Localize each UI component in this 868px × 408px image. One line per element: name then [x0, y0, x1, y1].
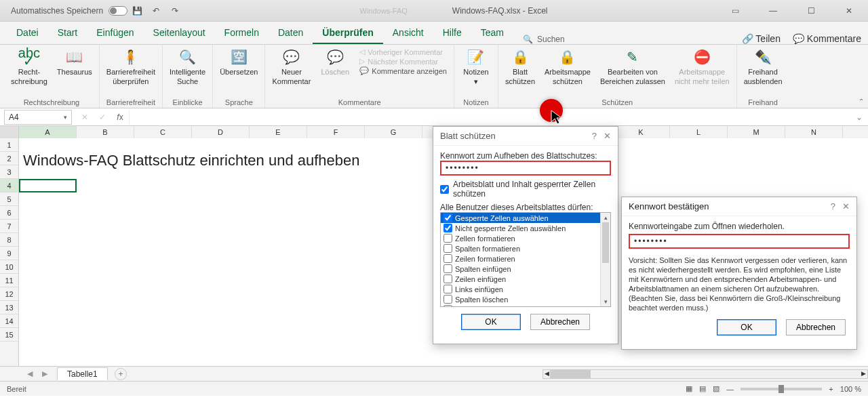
password-input[interactable]: ••••••••	[440, 161, 611, 176]
undo-icon[interactable]: ↶	[149, 4, 163, 18]
cancel-button[interactable]: Abbrechen	[530, 314, 590, 330]
tab-seitenlayout[interactable]: Seitenlayout	[144, 21, 215, 44]
unshare-workbook-button: ⛔Arbeitsmappenicht mehr teilen	[675, 47, 730, 85]
allow-users-label: Alle Benutzer dieses Arbeitsblattes dürf…	[440, 203, 611, 212]
view-normal-icon[interactable]: ▦	[686, 384, 692, 393]
dialog-title: Blatt schützen	[440, 131, 496, 141]
ok-button[interactable]: OK	[717, 319, 776, 335]
ribbon-display-icon[interactable]: ▭	[723, 1, 747, 20]
scroll-down-icon[interactable]: ▾	[601, 297, 610, 306]
search-box[interactable]: 🔍 Suchen	[523, 35, 565, 44]
translate-button[interactable]: 🈳Übersetzen	[220, 47, 258, 76]
zoom-in-icon[interactable]: +	[829, 385, 833, 393]
close-icon[interactable]: ✕	[837, 1, 861, 20]
row-headers[interactable]: 123 4 567 8910 111213 1415	[0, 126, 19, 366]
add-sheet-button[interactable]: ＋	[115, 368, 127, 380]
tab-start[interactable]: Start	[48, 21, 87, 44]
perm-item[interactable]: Zeilen formatieren	[441, 253, 610, 264]
ok-button[interactable]: OK	[461, 314, 521, 330]
tab-team[interactable]: Team	[471, 21, 513, 44]
group-einblicke: Einblicke	[173, 98, 203, 106]
fx-icon[interactable]: fx	[111, 113, 129, 122]
horizontal-scrollbar[interactable]: ◀ ▶	[542, 369, 868, 379]
new-comment-button[interactable]: 💬NeuerKommentar	[272, 47, 311, 85]
group-freihand: Freihand	[748, 98, 777, 106]
formula-input[interactable]	[129, 110, 850, 125]
share-button[interactable]: 🔗 Teilen	[742, 33, 781, 44]
status-bar: Bereit ▦ ▤ ▧ — + 100 %	[0, 381, 868, 396]
notes-button[interactable]: 📝Notizen▾	[461, 47, 491, 85]
protect-contents-checkbox[interactable]: Arbeitsblatt und Inhalt gesperrter Zelle…	[440, 180, 611, 199]
smart-lookup-button[interactable]: 🔍IntelligenteSuche	[170, 47, 205, 85]
tab-ueberpruefen[interactable]: Überprüfen	[313, 21, 382, 44]
zoom-level[interactable]: 100 %	[840, 385, 861, 393]
view-layout-icon[interactable]: ▤	[699, 384, 706, 393]
select-all-corner[interactable]	[0, 126, 18, 138]
perm-item[interactable]: Nicht gesperrte Zellen auswählen	[441, 223, 610, 233]
maximize-icon[interactable]: ☐	[799, 1, 823, 20]
tab-ansicht[interactable]: Ansicht	[383, 21, 433, 44]
redo-icon[interactable]: ↷	[168, 4, 182, 18]
confirm-password-input[interactable]: ••••••••	[629, 234, 850, 249]
search-icon: 🔍	[523, 35, 533, 44]
allow-edit-ranges-button[interactable]: ✎Bearbeiten vonBereichen zulassen	[600, 47, 665, 85]
document-title: Windows-FAQ.xlsx - Excel	[452, 6, 548, 16]
toggle-off-icon[interactable]	[108, 6, 127, 16]
thesaurus-button[interactable]: 📖Thesaurus	[57, 47, 92, 76]
view-break-icon[interactable]: ▧	[713, 384, 719, 393]
perm-item[interactable]: Zeilen löschen	[441, 304, 610, 307]
dialog-help-icon[interactable]: ?	[831, 201, 835, 211]
dialog-close-icon[interactable]: ✕	[604, 131, 611, 141]
accessibility-button[interactable]: 🧍Barrierefreiheitüberprüfen	[106, 47, 155, 85]
tab-einfuegen[interactable]: Einfügen	[87, 21, 143, 44]
spellcheck-button[interactable]: abc✓Recht-schreibung	[11, 47, 47, 85]
enter-formula-icon[interactable]: ✓	[94, 113, 111, 122]
dialog-titlebar[interactable]: Blatt schützen ? ✕	[433, 127, 618, 146]
perm-item[interactable]: Spalten löschen	[441, 294, 610, 304]
tab-hilfe[interactable]: Hilfe	[433, 21, 471, 44]
protect-workbook-button[interactable]: 🔒Arbeitsmappeschützen	[545, 47, 591, 85]
zoom-slider[interactable]	[741, 388, 822, 390]
sheet-tab-1[interactable]: Tabelle1	[57, 367, 108, 380]
cancel-formula-icon[interactable]: ✕	[76, 113, 94, 122]
prev-comment-button: ◁ Vorheriger Kommentar	[359, 47, 447, 56]
list-scrollbar[interactable]: ▴ ▾	[600, 213, 610, 306]
dialog-close-icon[interactable]: ✕	[842, 201, 850, 211]
password-label: Kennwort zum Aufheben des Blattschutzes:	[440, 151, 611, 161]
perm-item[interactable]: Spalten formatieren	[441, 243, 610, 253]
dialog-titlebar[interactable]: Kennwort bestätigen ? ✕	[622, 197, 856, 216]
expand-formula-icon[interactable]: ⌄	[850, 113, 868, 122]
perm-item[interactable]: Links einfügen	[441, 284, 610, 294]
group-notizen: Notizen	[463, 98, 488, 106]
password-warning: Vorsicht: Sollten Sie das Kennwort verge…	[629, 256, 850, 312]
zoom-out-icon[interactable]: —	[726, 385, 734, 393]
save-icon[interactable]: 💾	[130, 4, 144, 18]
scroll-up-icon[interactable]: ▴	[601, 213, 610, 222]
sheet-nav-next-icon[interactable]: ▶	[42, 369, 47, 378]
dialog-title: Kennwort bestätigen	[629, 201, 709, 211]
perm-item[interactable]: Zellen formatieren	[441, 233, 610, 243]
protect-sheet-dialog: Blatt schützen ? ✕ Kennwort zum Aufheben…	[433, 126, 618, 344]
tab-daten[interactable]: Daten	[269, 21, 313, 44]
protect-sheet-button[interactable]: 🔒Blattschützen	[505, 47, 535, 85]
perm-item[interactable]: Spalten einfügen	[441, 264, 610, 274]
collapse-ribbon-icon[interactable]: ⌃	[859, 98, 864, 105]
minimize-icon[interactable]: —	[761, 1, 785, 20]
formula-bar: A4▾ ✕ ✓ fx ⌄	[0, 108, 868, 126]
group-barrierefreiheit: Barrierefreiheit	[106, 98, 155, 106]
show-comments-button[interactable]: 💬 Kommentare anzeigen	[359, 66, 447, 75]
chevron-down-icon[interactable]: ▾	[64, 114, 67, 121]
tab-formeln[interactable]: Formeln	[215, 21, 269, 44]
confirm-prompt: Kennworteingabe zum Öffnen wiederholen.	[629, 222, 850, 231]
dialog-help-icon[interactable]: ?	[592, 131, 597, 141]
perm-item[interactable]: Zeilen einfügen	[441, 274, 610, 284]
sheet-nav-prev-icon[interactable]: ◀	[27, 369, 33, 378]
perm-item[interactable]: Gesperrte Zellen auswählen	[441, 213, 610, 223]
permissions-list[interactable]: Gesperrte Zellen auswählen Nicht gesperr…	[440, 212, 611, 307]
cancel-button[interactable]: Abbrechen	[786, 319, 846, 335]
autosave-toggle[interactable]: Automatisches Speichern	[11, 6, 127, 16]
comments-button[interactable]: 💬 Kommentare	[793, 33, 861, 44]
tab-datei[interactable]: Datei	[7, 21, 48, 44]
name-box[interactable]: A4▾	[4, 110, 72, 125]
ink-hide-button[interactable]: ✒️Freihandausblenden	[744, 47, 783, 85]
